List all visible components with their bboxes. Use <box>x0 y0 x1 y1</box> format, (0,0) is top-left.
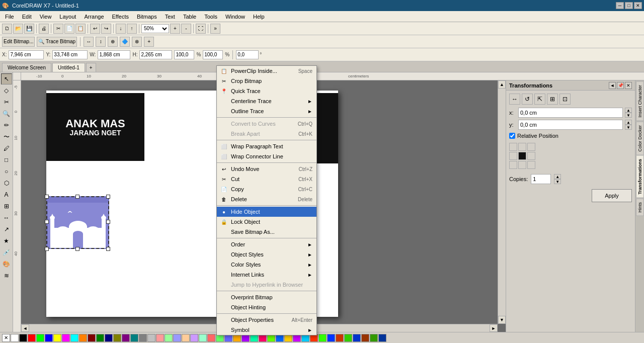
ellipse-tool[interactable]: ○ <box>1 166 12 177</box>
vtab-transformations[interactable]: Transformations <box>636 155 644 198</box>
zoom-in-button[interactable]: + <box>170 24 180 34</box>
h-input[interactable] <box>139 50 172 59</box>
copies-spin-up[interactable]: ▲ <box>554 174 561 179</box>
ctx-item-save-bitmap[interactable]: Save Bitmap As... <box>217 227 316 237</box>
y-spin-down[interactable]: ▼ <box>625 125 632 130</box>
color-swatch[interactable] <box>11 334 19 342</box>
fullscreen-button[interactable]: ⛶ <box>196 24 206 34</box>
minimize-button[interactable]: ─ <box>616 2 624 9</box>
color-swatch[interactable] <box>353 334 361 342</box>
ctx-item-copy[interactable]: 📄CopyCtrl+C <box>217 184 316 194</box>
ctx-item-delete[interactable]: 🗑DeleteDelete <box>217 194 316 204</box>
color-swatch[interactable] <box>130 334 138 342</box>
artpen-tool[interactable]: 🖊 <box>1 143 12 154</box>
zoom-tool[interactable]: 🔍 <box>1 108 12 119</box>
ctx-item-overprint-bitmap[interactable]: Overprint Bitmap <box>217 292 316 302</box>
panel-close[interactable]: ✕ <box>625 82 632 89</box>
color-swatch[interactable] <box>370 334 378 342</box>
angle-input[interactable] <box>236 50 259 59</box>
menu-help[interactable]: Help <box>249 13 269 21</box>
handle-ml[interactable] <box>45 220 49 224</box>
pos-ml[interactable] <box>509 152 517 160</box>
more-button[interactable]: » <box>210 24 220 34</box>
parallel-dim-tool[interactable]: ↔ <box>1 212 12 223</box>
color-swatch[interactable] <box>361 334 369 342</box>
transform4-button[interactable]: 🔷 <box>120 37 130 47</box>
ctx-item-lock-object[interactable]: 🔒Lock Object <box>217 217 316 227</box>
pos-bl[interactable] <box>509 161 517 169</box>
ctx-item-object-styles[interactable]: Object Styles► <box>217 249 316 260</box>
ctx-item-outline-trace[interactable]: Outline Trace► <box>217 106 316 116</box>
x-input[interactable] <box>9 50 44 59</box>
import-button[interactable]: ↓ <box>116 24 126 34</box>
maximize-button[interactable]: □ <box>625 2 633 9</box>
pos-br[interactable] <box>527 161 535 169</box>
menu-arrange[interactable]: Arrange <box>80 13 108 21</box>
smear-tool[interactable]: ≋ <box>1 270 12 281</box>
ctx-item-quick-trace[interactable]: 📍Quick Trace <box>217 86 316 96</box>
no-color-swatch[interactable]: ✕ <box>2 334 10 342</box>
color-swatch[interactable] <box>53 334 61 342</box>
edit-bitmap-button[interactable]: Edit Bitmap... <box>2 37 35 47</box>
color-swatch[interactable] <box>378 334 386 342</box>
menu-window[interactable]: Window <box>221 13 249 21</box>
zoom-select[interactable]: 50% 100% 200% <box>141 24 169 33</box>
trace-bitmap-button[interactable]: 🔍 Trace Bitmap <box>37 37 77 47</box>
pos-tc[interactable] <box>518 143 526 151</box>
print-button[interactable]: 🖨 <box>39 24 49 34</box>
interactive-tool[interactable]: ★ <box>1 235 12 246</box>
handle-br[interactable] <box>106 247 110 251</box>
color-swatch[interactable] <box>62 334 70 342</box>
vscroll-track[interactable] <box>498 89 506 316</box>
hscroll-left[interactable]: ◄ <box>21 324 29 332</box>
text-tool[interactable]: A <box>1 189 12 200</box>
color-swatch[interactable] <box>45 334 53 342</box>
mosque-image[interactable] <box>46 196 109 249</box>
open-button[interactable]: 📂 <box>13 24 23 34</box>
color-swatch[interactable] <box>336 334 344 342</box>
paste-tb-button[interactable]: 📋 <box>75 24 86 34</box>
color-swatch[interactable] <box>79 334 87 342</box>
transform-skew-icon[interactable]: ⊡ <box>559 94 571 105</box>
menu-bitmaps[interactable]: Bitmaps <box>133 13 161 21</box>
export-button[interactable]: ↑ <box>127 24 137 34</box>
freehand-tool[interactable]: ✏ <box>1 120 12 131</box>
more2-button[interactable]: + <box>144 37 154 47</box>
menu-layout[interactable]: Layout <box>55 13 80 21</box>
crop-tool[interactable]: ✂ <box>1 97 12 108</box>
color-swatch[interactable] <box>344 334 352 342</box>
transform-rotate-icon[interactable]: ↺ <box>522 94 533 105</box>
color-swatch[interactable] <box>105 334 113 342</box>
vtab-hints[interactable]: Hints <box>636 199 644 216</box>
panel-arrow-left[interactable]: ◄ <box>609 82 616 89</box>
color-swatch[interactable] <box>327 334 335 342</box>
tab-welcome[interactable]: Welcome Screen <box>2 63 51 72</box>
table-tool[interactable]: ⊞ <box>1 201 12 212</box>
copy-tb-button[interactable]: 📄 <box>64 24 74 34</box>
new-button[interactable]: 🗋 <box>2 24 12 34</box>
tab-untitled[interactable]: Untitled-1 <box>52 63 85 72</box>
ctx-item-color-styles[interactable]: Color Styles► <box>217 260 316 270</box>
rect-tool[interactable]: □ <box>1 154 12 165</box>
pos-mc[interactable] <box>518 152 526 160</box>
ctx-item-wrap-conn[interactable]: ⬜Wrap Connector Line <box>217 151 316 161</box>
color-swatch[interactable] <box>165 334 173 342</box>
color-swatch[interactable] <box>19 334 27 342</box>
connector-tool[interactable]: ↗ <box>1 224 12 235</box>
pos-mr[interactable] <box>527 152 535 160</box>
ctx-item-powerclip[interactable]: 📋PowerClip Inside...Space <box>217 66 316 76</box>
scale-x-input[interactable] <box>174 50 194 59</box>
color-swatch[interactable] <box>88 334 96 342</box>
x-spin-down[interactable]: ▼ <box>625 113 632 118</box>
pos-tl[interactable] <box>509 143 517 151</box>
pos-bc[interactable] <box>518 161 526 169</box>
color-swatch[interactable] <box>139 334 147 342</box>
color-swatch[interactable] <box>28 334 36 342</box>
w-input[interactable] <box>98 50 130 59</box>
color-swatch[interactable] <box>156 334 164 342</box>
copies-spin-down[interactable]: ▼ <box>554 179 561 184</box>
y-input[interactable] <box>52 50 88 59</box>
relative-position-checkbox[interactable] <box>509 133 515 139</box>
scale-y-input[interactable] <box>203 50 223 59</box>
ctx-item-object-hinting[interactable]: Object Hinting <box>217 302 316 312</box>
